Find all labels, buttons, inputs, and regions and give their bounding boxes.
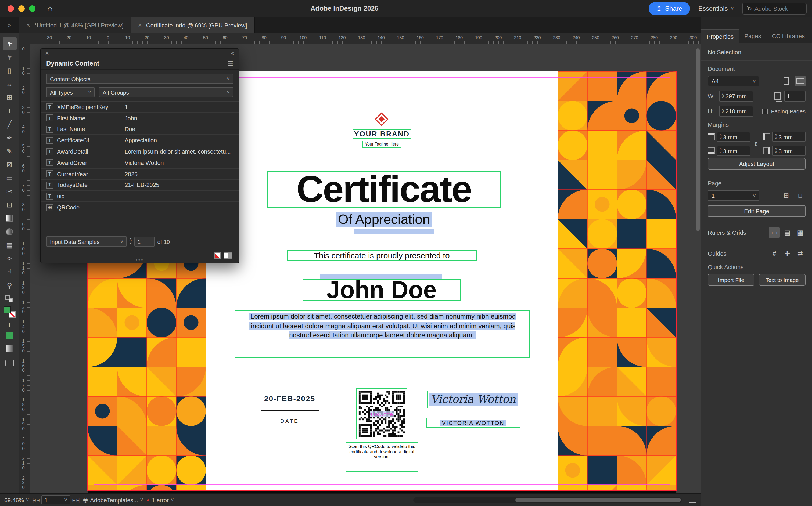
preflight-error-status[interactable]: ● 1 error ᐯ	[147, 497, 174, 503]
document-grid-button[interactable]: ▦	[795, 227, 806, 238]
page-tool[interactable]: ▯	[2, 64, 16, 77]
content-object-row[interactable]: ▦QRCode	[41, 202, 239, 213]
home-icon[interactable]: ⌂	[47, 3, 53, 13]
tab-pages[interactable]: Pages	[739, 29, 766, 43]
rectangle-frame-tool[interactable]: ⊠	[2, 158, 16, 171]
adjust-layout-button[interactable]: Adjust Layout	[708, 158, 806, 170]
tab-certificate[interactable]: × Certificate.indd @ 69% [GPU Preview]	[131, 17, 255, 33]
type-tool[interactable]: T	[2, 104, 16, 118]
add-page-button[interactable]: ⊞	[781, 190, 792, 201]
close-icon[interactable]: ×	[26, 21, 30, 29]
baseline-grid-button[interactable]: ▤	[782, 227, 793, 238]
content-object-row[interactable]: TCertificateOfAppreciation	[41, 135, 239, 146]
content-object-row[interactable]: TCurrentYear2025	[41, 169, 239, 180]
type-filter-dropdown[interactable]: All Types ᐯ	[46, 87, 95, 97]
certificate-title-frame[interactable]: Certificate	[267, 171, 501, 208]
margin-link-icon[interactable]: ∞	[752, 141, 761, 147]
delete-page-button[interactable]: ⊔	[795, 190, 806, 201]
date-value[interactable]: 20-FEB-2025	[249, 394, 330, 403]
selection-tool[interactable]: ➤	[2, 37, 16, 51]
canvas[interactable]: YOUR BRAND Your Tagline Here Certificate…	[30, 44, 701, 493]
rectangle-tool[interactable]: ▭	[2, 171, 16, 185]
close-window-button[interactable]	[7, 5, 14, 12]
content-object-row[interactable]: TTodaysDate21-FEB-2025	[41, 180, 239, 191]
pattern-right[interactable]	[558, 71, 676, 490]
show-guides-button[interactable]: #	[769, 248, 780, 259]
field-stepper[interactable]: ᐱᐯ	[722, 91, 724, 101]
lock-guides-button[interactable]: ⇄	[795, 248, 806, 259]
margin-left-field[interactable]: ᐱᐯ 3 mm	[772, 132, 806, 142]
horizontal-scrollbar[interactable]	[413, 497, 682, 503]
line-tool[interactable]: ╱	[2, 118, 16, 131]
formatting-affects-text-icon[interactable]: T	[8, 322, 11, 328]
import-file-button[interactable]: Import File	[708, 274, 754, 286]
expand-panel-icon[interactable]: »	[0, 17, 19, 33]
zoom-tool[interactable]: ⚲	[2, 279, 16, 292]
smart-guides-button[interactable]: ✚	[782, 248, 793, 259]
sample-index-field[interactable]: 1	[134, 237, 155, 246]
body-text-frame[interactable]: Lorem ipsum dolor sit amet, consectetuer…	[235, 311, 530, 358]
default-fill-stroke-icon[interactable]	[5, 296, 14, 303]
scissors-tool[interactable]: ✂	[2, 185, 16, 198]
margin-top-field[interactable]: ᐱᐯ 3 mm	[717, 132, 750, 142]
gap-tool[interactable]: ↔	[2, 77, 16, 91]
preflight-menu[interactable]: ◉ AdobeTemplates... ᐯ	[83, 496, 143, 503]
stepper-down-icon[interactable]: ᐯ	[130, 241, 132, 244]
next-page-button[interactable]: ▸	[73, 497, 74, 503]
zoom-level-control[interactable]: 69.46% ᐯ	[4, 497, 29, 503]
content-object-row[interactable]: Tuid	[41, 191, 239, 202]
apply-color-button[interactable]	[6, 332, 13, 339]
content-object-row[interactable]: TXMPieRecipientKey1	[41, 101, 239, 113]
margin-bottom-field[interactable]: ᐱᐯ 3 mm	[717, 146, 750, 156]
eyedropper-tool[interactable]: ✑	[2, 252, 16, 265]
previous-page-button[interactable]: ◂	[37, 497, 39, 503]
current-page-dropdown[interactable]: 1 ᐯ	[708, 190, 759, 201]
hand-tool[interactable]: ☝	[2, 265, 16, 279]
minimize-window-button[interactable]	[18, 5, 25, 12]
last-page-button[interactable]: ▸|	[77, 497, 79, 503]
pen-tool[interactable]: ✒	[2, 131, 16, 145]
note-tool[interactable]: ▤	[2, 239, 16, 252]
pages-count-field[interactable]: 1	[784, 91, 806, 101]
overlay-panel-icon[interactable]	[689, 497, 697, 503]
content-collector-tool[interactable]: ⊞	[2, 91, 16, 104]
gradient-swatch-tool[interactable]	[2, 212, 16, 225]
zoom-window-button[interactable]	[29, 5, 35, 12]
share-button[interactable]: ↥ Share	[649, 2, 690, 15]
pencil-tool[interactable]: ✎	[2, 145, 16, 158]
tab-properties[interactable]: Properties	[701, 29, 739, 43]
collapse-panel-icon[interactable]: «	[231, 50, 234, 56]
sample-stepper[interactable]: ᐱ ᐯ	[130, 237, 132, 246]
content-object-row[interactable]: TLast NameDoe	[41, 124, 239, 135]
content-object-row[interactable]: TAwardDetailLorem ipsum dolor sit amet, …	[41, 146, 239, 157]
preview-toggle-swatch[interactable]	[224, 252, 232, 259]
tab-cc-libraries[interactable]: CC Libraries	[766, 29, 810, 43]
signature-script-frame[interactable]: Victoria Wotton	[427, 391, 519, 408]
height-field[interactable]: ᐱᐯ 210 mm	[719, 106, 753, 116]
ruler-origin-corner[interactable]	[19, 33, 30, 44]
vertical-ruler[interactable]: 0102030405060708090100110120130140150160…	[19, 44, 30, 493]
group-filter-dropdown[interactable]: All Groups ᐯ	[99, 87, 233, 97]
panel-menu-icon[interactable]: ☰	[227, 59, 233, 67]
certificate-subtitle[interactable]: Of Appreciation	[267, 212, 501, 227]
input-data-samples-dropdown[interactable]: Input Data Samples ᐯ	[46, 236, 127, 247]
screen-mode-button[interactable]	[5, 360, 14, 366]
signature-name-frame[interactable]: VICTORIA WOTTON	[426, 418, 520, 428]
panel-resize-grip[interactable]: •••	[136, 257, 144, 263]
canvas-vertical-scrollbar[interactable]	[696, 48, 700, 231]
horizontal-ruler[interactable]: 3020100102030405060708090100110120130140…	[30, 33, 701, 44]
show-rulers-button[interactable]: ▭	[769, 227, 780, 238]
content-object-row[interactable]: TFirst NameJohn	[41, 113, 239, 124]
free-transform-tool[interactable]: ⊡	[2, 198, 16, 212]
gradient-feather-tool[interactable]	[2, 225, 16, 239]
center-guide[interactable]	[382, 69, 382, 493]
direct-selection-tool[interactable]: ➤	[2, 51, 16, 64]
facing-pages-checkbox[interactable]	[762, 108, 768, 114]
page-number-field[interactable]: 1 ᐯ	[42, 495, 70, 504]
apply-gradient-button[interactable]	[6, 345, 13, 352]
page-size-dropdown[interactable]: A4 ᐯ	[708, 76, 759, 86]
landscape-orientation-button[interactable]	[795, 76, 806, 86]
margin-right-field[interactable]: ᐱᐯ 3 mm	[772, 146, 806, 156]
field-stepper[interactable]: ᐱᐯ	[722, 106, 724, 116]
text-to-image-button[interactable]: Text to Image	[759, 274, 806, 286]
